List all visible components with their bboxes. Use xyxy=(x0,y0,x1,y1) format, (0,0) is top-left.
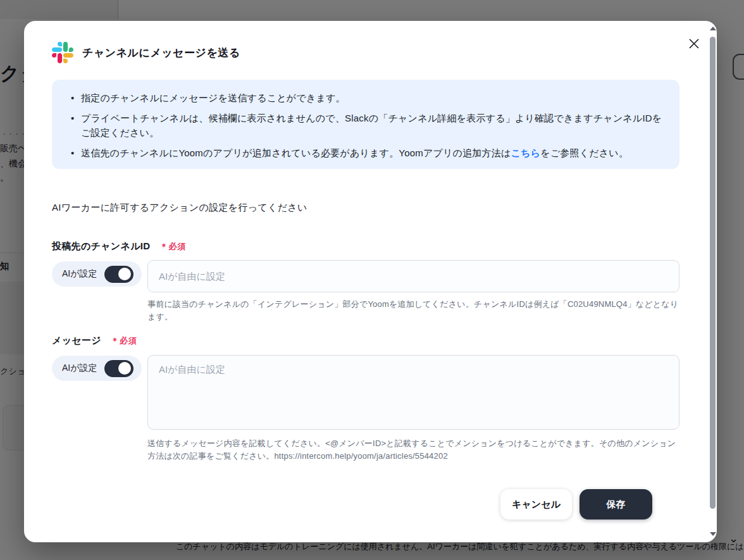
channel-ai-toggle-pill: AIが設定 xyxy=(52,261,142,287)
kochira-link[interactable]: こちら xyxy=(511,147,541,158)
message-help-text: 送信するメッセージ内容を記載してください。<@メンバーID>と記載することでメン… xyxy=(147,437,683,463)
save-button[interactable]: 保存 xyxy=(580,489,652,520)
slack-send-message-modal: チャンネルにメッセージを送る 指定のチャンネルにメッセージを送信することができま… xyxy=(24,21,717,542)
info-bullet: 指定のチャンネルにメッセージを送信することができます。 xyxy=(68,90,663,105)
channel-id-help-text: 事前に該当のチャンネルの「インテグレーション」部分でYoomを追加してください。… xyxy=(147,298,683,323)
info-callout: 指定のチャンネルにメッセージを送信することができます。 プライベートチャンネルは… xyxy=(52,80,679,169)
required-badge: ＊必須 xyxy=(159,241,186,252)
toggle-knob xyxy=(118,362,131,375)
message-textarea[interactable] xyxy=(147,355,679,430)
modal-header: チャンネルにメッセージを送る xyxy=(52,42,240,63)
close-icon xyxy=(688,37,700,50)
info-bullet-text: をご参照ください。 xyxy=(540,147,628,158)
info-bullet-list: 指定のチャンネルにメッセージを送信することができます。 プライベートチャンネルは… xyxy=(68,90,663,160)
info-bullet: 送信先のチャンネルにYoomのアプリが追加されている必要があります。Yoomアプ… xyxy=(68,146,663,160)
message-label-row: メッセージ ＊必須 xyxy=(52,335,137,347)
channel-id-label: 投稿先のチャンネルID xyxy=(52,240,150,252)
toggle-knob xyxy=(118,268,131,280)
ai-toggle-label: AIが設定 xyxy=(62,268,97,280)
info-bullet: プライベートチャンネルは、候補欄に表示されませんので、Slackの「チャンネル詳… xyxy=(68,111,663,140)
close-button[interactable] xyxy=(684,34,704,54)
channel-id-label-row: 投稿先のチャンネルID ＊必須 xyxy=(52,240,186,252)
slack-logo-icon xyxy=(52,42,73,63)
message-label: メッセージ xyxy=(52,335,101,347)
channel-id-input[interactable] xyxy=(147,260,679,292)
ai-worker-instruction: AIワーカーに許可するアクションの設定を行ってください xyxy=(52,202,307,214)
message-ai-toggle-pill: AIが設定 xyxy=(52,356,142,381)
info-bullet-text: 送信先のチャンネルにYoomのアプリが追加されている必要があります。Yoomアプ… xyxy=(81,147,511,158)
scrollbar-up-arrow[interactable] xyxy=(710,27,716,30)
required-badge: ＊必須 xyxy=(111,335,137,347)
ai-toggle-label: AIが設定 xyxy=(62,363,97,374)
scrollbar-thumb[interactable] xyxy=(710,37,716,509)
cancel-button[interactable]: キャンセル xyxy=(500,489,572,520)
channel-ai-toggle-switch[interactable] xyxy=(104,266,133,283)
modal-title: チャンネルにメッセージを送る xyxy=(82,46,240,60)
scrollbar-down-arrow[interactable] xyxy=(710,532,716,536)
message-ai-toggle-switch[interactable] xyxy=(104,360,133,377)
